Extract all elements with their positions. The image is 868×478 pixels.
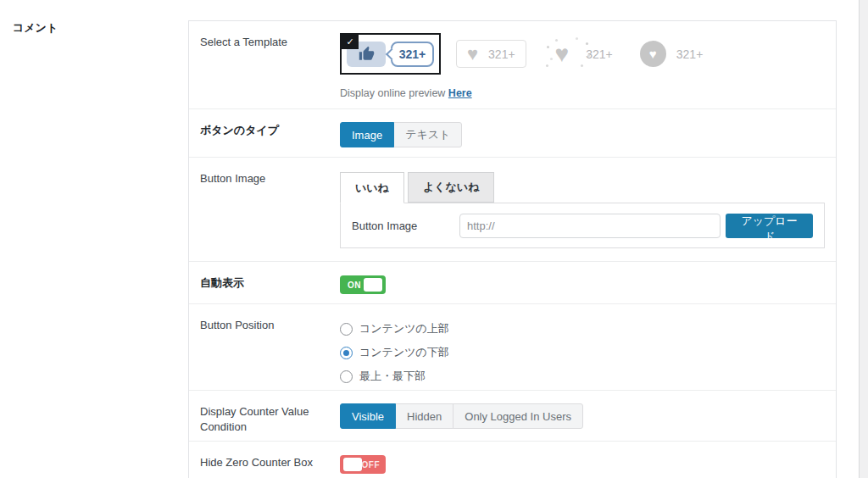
heart-sparkle-icon: ♥ (548, 41, 576, 68)
button-position-radios: コンテンツの上部 コンテンツの下部 最上・最下部 (340, 321, 825, 384)
counter-logged-in[interactable]: Only Logged In Users (453, 403, 583, 429)
template-option-thumbs-up[interactable]: ✓ 321+ (340, 33, 441, 75)
radio-icon[interactable] (340, 370, 353, 383)
radio-option-top[interactable]: コンテンツの上部 (340, 321, 825, 336)
row-label: ボタンのタイプ (189, 109, 340, 157)
heart-circle-icon: ♥ (640, 41, 666, 67)
settings-row-button-position: Button Position コンテンツの上部 コンテンツの下部 最上・最下部 (189, 304, 836, 391)
row-label: 自動表示 (189, 262, 340, 303)
settings-panel: Select a Template ✓ 321+ ♥ 321+ ♥ 321+ (188, 20, 837, 478)
row-label: Button Image (189, 158, 340, 261)
preview-text: Display online preview Here (340, 87, 825, 99)
row-label: Button Position (189, 304, 340, 390)
upload-button[interactable]: アップロード (726, 214, 813, 238)
button-type-text[interactable]: テキスト (393, 122, 462, 147)
template-option-heart-circle[interactable]: ♥ 321+ (640, 41, 704, 67)
count-bubble: 321+ (391, 42, 434, 67)
template-option-heart-sparkle[interactable]: ♥ 321+ (548, 41, 613, 68)
button-type-segmented: Image テキスト (340, 122, 462, 147)
auto-display-toggle[interactable]: ON (340, 275, 386, 294)
settings-row-button-type: ボタンのタイプ Image テキスト (189, 109, 836, 158)
scrollbar[interactable] (859, 0, 868, 478)
check-icon: ✓ (342, 35, 359, 49)
radio-option-bottom[interactable]: コンテンツの下部 (340, 345, 825, 360)
row-label: Display Counter Value Condition (189, 391, 340, 441)
button-type-image[interactable]: Image (340, 122, 394, 147)
settings-row-hide-zero: Hide Zero Counter Box OFF (189, 442, 836, 478)
button-image-url-input[interactable] (459, 214, 721, 238)
button-image-field-label: Button Image (352, 220, 459, 232)
row-label: Hide Zero Counter Box (189, 442, 340, 478)
tab-like[interactable]: いいね (340, 172, 404, 203)
toggle-knob (364, 278, 382, 292)
tab-panel: Button Image アップロード (340, 203, 825, 248)
counter-hidden[interactable]: Hidden (395, 403, 453, 429)
counter-condition-segmented: Visible Hidden Only Logged In Users (340, 403, 583, 429)
settings-row-button-image: Button Image いいね よくないね Button Image アップロ… (189, 158, 836, 262)
template-options: ✓ 321+ ♥ 321+ ♥ 321+ ♥ 321+ (340, 33, 825, 75)
button-image-tabs: いいね よくないね Button Image アップロード (340, 172, 825, 248)
row-label: Select a Template (189, 21, 340, 108)
tab-dislike[interactable]: よくないね (408, 172, 495, 203)
toggle-knob (343, 458, 362, 471)
page-title: コメント (13, 20, 58, 36)
hide-zero-toggle[interactable]: OFF (340, 455, 386, 474)
settings-row-auto-display: 自動表示 ON (189, 262, 836, 304)
radio-option-top-bottom[interactable]: 最上・最下部 (340, 369, 825, 384)
heart-icon: ♥ (467, 45, 478, 64)
radio-icon[interactable] (340, 323, 353, 336)
settings-row-counter-condition: Display Counter Value Condition Visible … (189, 391, 836, 442)
template-option-heart-boxed[interactable]: ♥ 321+ (456, 40, 526, 68)
counter-visible[interactable]: Visible (340, 403, 396, 429)
radio-icon-checked[interactable] (340, 347, 353, 359)
settings-row-template: Select a Template ✓ 321+ ♥ 321+ ♥ 321+ (189, 21, 836, 109)
preview-here-link[interactable]: Here (448, 87, 472, 99)
